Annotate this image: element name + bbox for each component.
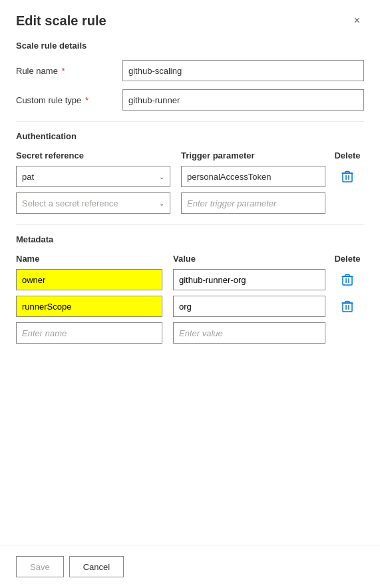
meta-value-input-2[interactable] [173,296,325,317]
dialog-body: Scale rule details Rule name * Custom ru… [0,37,380,588]
col-trigger-header: Trigger parameter [181,150,325,160]
authentication-label: Authentication [16,131,364,141]
metadata-label: Metadata [16,234,364,244]
auth-row-1: pat ⌄ [16,166,364,187]
meta-row-1 [16,269,364,290]
divider-1 [16,121,364,122]
secret-reference-dropdown-2[interactable]: Select a secret reference ⌄ [16,192,170,214]
dialog-header: Edit scale rule × [0,0,380,37]
auth-row-2: Select a secret reference ⌄ [16,192,364,214]
svg-rect-2 [343,303,352,312]
divider-2 [16,224,364,225]
chevron-down-icon-1: ⌄ [159,173,164,180]
trigger-parameter-input-2[interactable] [181,192,325,214]
chevron-down-icon-2: ⌄ [159,200,164,207]
meta-name-input-2[interactable] [16,296,162,317]
rule-name-label: Rule name * [16,66,122,76]
col-delete-header: Delete [331,150,364,160]
dialog-footer: Save Cancel [0,545,380,588]
custom-rule-type-row: Custom rule type * [16,89,364,111]
required-indicator-2: * [83,95,89,105]
authentication-section: Authentication Secret reference Trigger … [16,131,364,214]
col-meta-delete-header: Delete [331,254,364,264]
auth-columns-header: Secret reference Trigger parameter Delet… [16,150,364,160]
edit-scale-rule-dialog: Edit scale rule × Scale rule details Rul… [0,0,380,588]
custom-rule-type-label: Custom rule type * [16,95,122,105]
trash-icon-meta-1 [341,273,353,286]
custom-rule-type-input[interactable] [122,89,364,111]
trash-icon-1 [341,170,353,183]
scale-rule-details-label: Scale rule details [16,41,364,51]
cancel-button[interactable]: Cancel [69,556,124,577]
dialog-title: Edit scale rule [16,13,106,29]
meta-name-input-placeholder[interactable] [16,322,162,344]
secret-reference-placeholder-2: Select a secret reference [22,198,118,208]
delete-auth-row-1-button[interactable] [331,170,364,183]
meta-value-input-placeholder[interactable] [173,322,325,344]
rule-name-row: Rule name * [16,60,364,81]
svg-rect-0 [343,173,352,182]
required-indicator: * [59,66,65,76]
trigger-parameter-input-1[interactable] [181,166,325,187]
col-value-header: Value [173,254,325,264]
secret-reference-dropdown-1[interactable]: pat ⌄ [16,166,170,187]
col-name-header: Name [16,254,162,264]
trash-icon-meta-2 [341,300,353,313]
col-secret-header: Secret reference [16,150,170,160]
delete-meta-row-1-button[interactable] [331,273,364,286]
secret-reference-value-1: pat [22,172,34,182]
meta-row-placeholder [16,322,364,344]
save-button[interactable]: Save [16,556,64,577]
meta-name-input-1[interactable] [16,269,162,290]
meta-value-input-1[interactable] [173,269,325,290]
metadata-section: Metadata Name Value Delete [16,234,364,344]
meta-row-2 [16,296,364,317]
meta-columns-header: Name Value Delete [16,254,364,264]
delete-meta-row-2-button[interactable] [331,300,364,313]
rule-name-input[interactable] [122,60,364,81]
svg-rect-1 [343,276,352,285]
close-button[interactable]: × [350,13,364,28]
